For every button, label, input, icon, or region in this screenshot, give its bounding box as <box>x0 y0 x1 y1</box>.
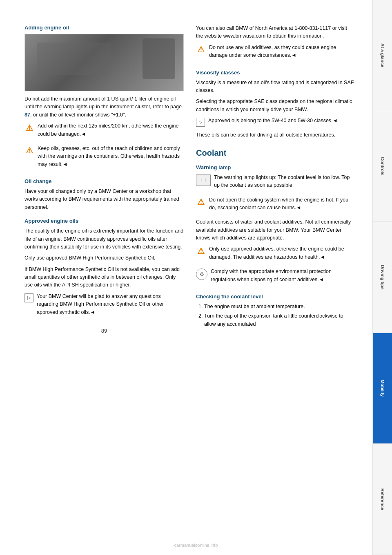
sidebar-tab-controls[interactable]: Controls <box>373 111 392 222</box>
oil-change-p1: Have your oil changed only by a BMW Cent… <box>24 188 184 211</box>
warning-triangle-icon-1 <box>24 123 34 133</box>
page-number: 89 <box>24 328 184 334</box>
viscosity-p1: Viscosity is a measure of an oil's flow … <box>196 79 355 95</box>
warning-text-2: Keep oils, greases, etc. out of the reac… <box>38 145 184 168</box>
coolant-heading: Coolant <box>196 148 355 158</box>
sidebar: At a glance Controls Driving tips Mobili… <box>372 0 392 555</box>
approved-oils-heading: Approved engine oils <box>24 218 184 224</box>
coolant-steps: The engine must be at ambient temperatur… <box>196 303 355 328</box>
approved-oils-p1: The quality of the engine oil is extreme… <box>24 227 184 251</box>
warning-box-additives: Do not use any oil additives, as they co… <box>196 44 355 63</box>
warning-triangle-icon-3 <box>196 45 206 54</box>
coolant-p1: Coolant consists of water and coolant ad… <box>196 218 355 242</box>
warning-triangle-icon-2 <box>24 145 34 155</box>
coolant-warning-lamp-text: The warning lamp lights up: The coolant … <box>214 174 355 190</box>
sidebar-tab-driving-tips-label: Driving tips <box>380 265 385 290</box>
warning-box-cooling-system: Do not open the cooling system when the … <box>196 196 355 215</box>
left-column: Adding engine oil Do not add the maximum… <box>24 25 184 539</box>
play-icon-2 <box>196 118 205 127</box>
main-content: Adding engine oil Do not add the maximum… <box>0 0 372 555</box>
sidebar-tab-reference[interactable]: Reference <box>373 444 392 555</box>
info-text-viscosity: Approved oils belong to the 5W-40 and 5W… <box>208 117 338 125</box>
info-box-viscosity: Approved oils belong to the 5W-40 and 5W… <box>196 117 355 128</box>
coolant-step-2: Turn the cap of the expansion tank a lit… <box>204 312 355 328</box>
warning-cooling-text: Do not open the cooling system when the … <box>209 196 355 212</box>
warning-triangle-icon-4 <box>196 197 206 207</box>
approved-oils-p3: If BMW High Performance Synthetic Oil is… <box>24 266 184 289</box>
watermark: carmanualsonline.info <box>174 543 218 548</box>
warning-box-1: Add oil within the next 125 miles/200 km… <box>24 122 184 141</box>
sidebar-tab-controls-label: Controls <box>380 157 385 175</box>
viscosity-classes-heading: Viscosity classes <box>196 69 355 76</box>
warning-box-2: Keep oils, greases, etc. out of the reac… <box>24 145 184 172</box>
sidebar-tab-reference-label: Reference <box>380 488 385 510</box>
warning-box-coolant-additives: Only use approved additives, otherwise t… <box>196 245 355 264</box>
eco-note-text: Comply with the appropriate environmenta… <box>211 268 355 284</box>
approved-oils-p2: Only use approved BMW High Performance S… <box>24 254 184 262</box>
warning-lamp-heading: Warning lamp <box>196 164 355 170</box>
eco-note-box: ♻ Comply with the appropriate environmen… <box>196 268 355 287</box>
sidebar-tab-at-a-glance-label: At a glance <box>380 43 385 67</box>
sidebar-tab-mobility[interactable]: Mobility <box>373 333 392 444</box>
coolant-warning-lamp-info: The warning lamp lights up: The coolant … <box>196 174 355 193</box>
sidebar-tab-driving-tips[interactable]: Driving tips <box>373 222 392 333</box>
contact-info: You can also call BMW of North America a… <box>196 25 355 40</box>
warning-additives: Do not use any oil additives, as they co… <box>209 44 355 60</box>
warning-triangle-icon-5 <box>196 246 206 256</box>
checking-coolant-level-heading: Checking the coolant level <box>196 293 355 300</box>
info-text-approved-oils: Your BMW Center will be glad to answer a… <box>37 293 184 316</box>
engine-oil-image <box>24 34 184 91</box>
eco-icon: ♻ <box>196 269 207 280</box>
sidebar-tab-at-a-glance[interactable]: At a glance <box>373 0 392 111</box>
warning-text-1: Add oil within the next 125 miles/200 km… <box>38 122 184 138</box>
page-container: Adding engine oil Do not add the maximum… <box>0 0 392 555</box>
adding-engine-oil-heading: Adding engine oil <box>24 25 184 31</box>
viscosity-p2: Selecting the appropriate SAE class depe… <box>196 98 355 114</box>
right-column: You can also call BMW of North America a… <box>196 25 355 539</box>
viscosity-p3: These oils can be used for driving at al… <box>196 131 355 139</box>
adding-engine-oil-p1: Do not add the maximum amount of 1 US qu… <box>24 95 184 119</box>
info-box-approved-oils: Your BMW Center will be glad to answer a… <box>24 293 184 320</box>
sidebar-tab-mobility-label: Mobility <box>380 380 385 397</box>
oil-change-heading: Oil change <box>24 178 184 184</box>
coolant-lamp-icon <box>196 175 211 186</box>
warning-coolant-additives: Only use approved additives, otherwise t… <box>209 245 355 261</box>
page-ref-87[interactable]: 87 <box>24 112 30 118</box>
play-icon-1 <box>24 293 33 302</box>
coolant-step-1: The engine must be at ambient temperatur… <box>204 303 355 311</box>
